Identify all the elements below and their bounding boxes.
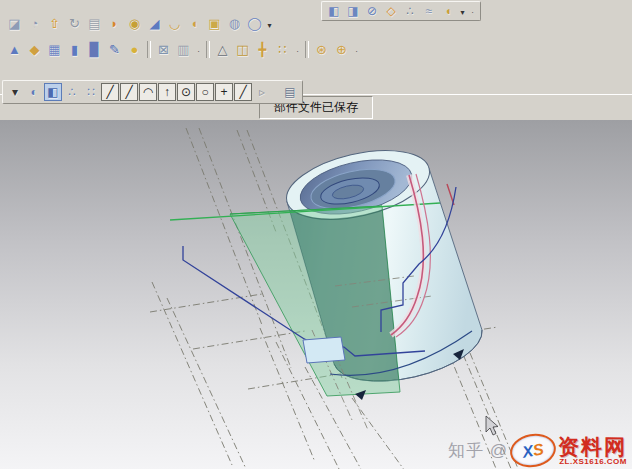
- move-object-glyph: ╋: [259, 43, 267, 56]
- sketch-icon[interactable]: ◪: [5, 14, 24, 33]
- snap-point-on-line-glyph: ╱: [239, 86, 246, 98]
- snap-settings-a-glyph: ∴: [68, 86, 76, 98]
- features-overflow-dropdown-icon[interactable]: ▾: [265, 15, 274, 33]
- toolbar-separator: [206, 41, 210, 58]
- viewport-canvas[interactable]: [0, 120, 632, 469]
- move-object-icon[interactable]: ╋: [253, 40, 272, 59]
- view-preset-icon[interactable]: ▾: [6, 83, 24, 101]
- snap-point-on-line-icon[interactable]: ╱: [234, 83, 252, 101]
- shell-icon[interactable]: ▣: [205, 14, 224, 33]
- toolbar-separator: [305, 41, 309, 58]
- blend-glyph: ▦: [48, 43, 60, 56]
- offset-sheet-glyph: ▥: [177, 43, 189, 56]
- studio-surface-icon[interactable]: ◖: [439, 3, 457, 20]
- thicken-glyph: ◍: [229, 17, 240, 30]
- triangle-mesh-icon[interactable]: △: [213, 40, 232, 59]
- stylus-icon[interactable]: ✎: [105, 40, 124, 59]
- cone-icon[interactable]: ▲: [5, 40, 24, 59]
- view-preset-glyph: ▾: [12, 86, 18, 98]
- point-set-icon[interactable]: ∴: [401, 3, 419, 20]
- trimmed-sheet-icon[interactable]: ◧: [325, 3, 343, 20]
- watermark: 知乎 @ XS 资料网 ZL.XS1616.COM: [448, 434, 627, 467]
- snap-end-point-glyph: ╱: [106, 86, 113, 98]
- thicken-icon[interactable]: ◍: [225, 14, 244, 33]
- blend-icon[interactable]: ▦: [45, 40, 64, 59]
- datum-plane-glyph: ◔: [31, 17, 39, 30]
- snap-tangent-point-glyph: ◠: [143, 86, 153, 98]
- torus-icon[interactable]: ●: [125, 40, 144, 59]
- pattern-more-dropdown-icon[interactable]: ·: [293, 41, 302, 59]
- trim-body-icon[interactable]: ⊠: [154, 40, 173, 59]
- snap-quadrant-point-glyph: ○: [201, 86, 208, 98]
- snap-existing-point-icon[interactable]: +: [215, 83, 233, 101]
- form-feature-toolbar: ▲◆▦▮▉✎●⊠▥·△◫╋∷·⊛⊕·: [2, 37, 364, 62]
- orient-view-icon[interactable]: ◐: [25, 83, 43, 101]
- surface-toolbar: ◧◨⊘◇∴≈◖▾·: [321, 1, 481, 21]
- layer-settings-icon[interactable]: ▤: [281, 83, 299, 101]
- block-icon[interactable]: ▉: [85, 40, 104, 59]
- group-parts-icon[interactable]: ⊕: [332, 40, 351, 59]
- extrude-icon[interactable]: ⇧: [45, 14, 64, 33]
- watermark-url: ZL.XS1616.COM: [559, 458, 627, 466]
- trim-body-glyph: ⊠: [158, 43, 169, 56]
- rib-icon[interactable]: ◢: [145, 14, 164, 33]
- datum-plane-icon[interactable]: ◔: [25, 14, 44, 33]
- revolve-icon[interactable]: ↻: [65, 14, 84, 33]
- snap-point-on-curve-glyph: ↑: [164, 86, 170, 98]
- snap-point-on-curve-icon[interactable]: ↑: [158, 83, 176, 101]
- snap-point-toolbar: ▾◐◧∴∷╱╱◠↑⊙○+╱▹▤: [2, 80, 303, 104]
- group-features-glyph: ⊛: [316, 43, 327, 56]
- snap-tangent-point-icon[interactable]: ◠: [139, 83, 157, 101]
- snap-settings-a-icon[interactable]: ∴: [63, 83, 81, 101]
- snap-arc-center-icon[interactable]: ⊙: [177, 83, 195, 101]
- shaded-view-icon[interactable]: ◧: [44, 83, 62, 101]
- toolbar-area: ◪◔⇧↻▤◗◉◢◡◖▣◍◯▾ ◧◨⊘◇∴≈◖▾· ▲◆▦▮▉✎●⊠▥·△◫╋∷·…: [0, 0, 632, 119]
- sphere-icon[interactable]: ◯: [245, 14, 264, 33]
- block-glyph: ▉: [90, 43, 100, 56]
- instance-pattern-glyph: ∷: [278, 43, 286, 56]
- swept-boss-icon[interactable]: ◗: [105, 14, 124, 33]
- group-more-dropdown-icon[interactable]: ·: [352, 41, 361, 59]
- snap-settings-b-glyph: ∷: [87, 86, 95, 98]
- trim-more-dropdown-icon[interactable]: ·: [194, 41, 203, 59]
- snap-quadrant-point-icon[interactable]: ○: [196, 83, 214, 101]
- cone-glyph: ▲: [8, 43, 21, 56]
- patch-surface-glyph: ◫: [236, 43, 248, 56]
- emboss-icon[interactable]: ◡: [165, 14, 184, 33]
- profile-tab[interactable]: [303, 337, 345, 363]
- tube-glyph: ◉: [129, 17, 140, 30]
- group-features-icon[interactable]: ⊛: [312, 40, 331, 59]
- surface-overflow-dropdown-icon[interactable]: ▾: [458, 2, 467, 20]
- instance-pattern-icon[interactable]: ∷: [273, 40, 292, 59]
- shaded-view-glyph: ◧: [47, 86, 58, 98]
- bounded-plane-icon[interactable]: ⊘: [363, 3, 381, 20]
- sheet-body-icon[interactable]: ▤: [85, 14, 104, 33]
- point-set-glyph: ∴: [406, 5, 414, 17]
- chamfer-icon[interactable]: ◆: [25, 40, 44, 59]
- surface-more-dropdown-icon[interactable]: ·: [468, 2, 477, 20]
- swept-surface-icon[interactable]: ≈: [420, 3, 438, 20]
- triangle-mesh-glyph: △: [218, 43, 228, 56]
- watermark-prefix: 知乎 @: [448, 439, 508, 462]
- snap-mid-point-icon[interactable]: ╱: [120, 83, 138, 101]
- xs-logo: XS: [507, 430, 558, 469]
- flange-icon[interactable]: ◖: [185, 14, 204, 33]
- swept-surface-glyph: ≈: [426, 5, 433, 17]
- sphere-glyph: ◯: [247, 17, 262, 30]
- viewport-3d[interactable]: 知乎 @ XS 资料网 ZL.XS1616.COM: [0, 119, 632, 469]
- ruled-surface-icon[interactable]: ◨: [344, 3, 362, 20]
- patch-surface-icon[interactable]: ◫: [233, 40, 252, 59]
- toolbar-separator: [147, 41, 151, 58]
- tube-icon[interactable]: ◉: [125, 14, 144, 33]
- snap-cursor-glyph: ▹: [259, 86, 265, 98]
- snap-end-point-icon[interactable]: ╱: [101, 83, 119, 101]
- cylinder-icon[interactable]: ▮: [65, 40, 84, 59]
- flange-glyph: ◖: [191, 17, 199, 30]
- revolve-glyph: ↻: [69, 17, 80, 30]
- ruled-surface-glyph: ◨: [347, 5, 358, 17]
- snap-cursor-icon[interactable]: ▹: [253, 83, 271, 101]
- rib-glyph: ◢: [150, 17, 160, 30]
- offset-sheet-icon[interactable]: ▥: [174, 40, 193, 59]
- snap-settings-b-icon[interactable]: ∷: [82, 83, 100, 101]
- n-sided-surface-icon[interactable]: ◇: [382, 3, 400, 20]
